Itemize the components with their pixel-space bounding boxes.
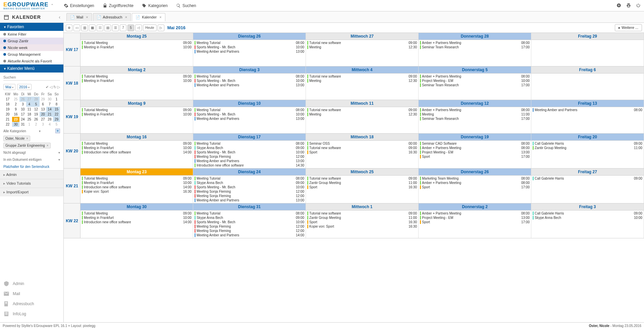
event-item[interactable]: Zantir Group Meeting11:00 [532,146,643,150]
day-events[interactable]: Meeting Tutorial08:00Skype Anna Bech09:0… [193,141,306,168]
calendar-menu-header[interactable]: Kalender Menü [0,64,63,73]
minical-day[interactable]: 27 [26,97,33,102]
tb-month-view[interactable]: ▤ [104,25,111,31]
event-item[interactable]: Sport17:00 [419,220,530,224]
day-events[interactable]: Meeting Amber and Partners08:00 [531,107,644,133]
app-link-infolog[interactable]: InfoLog [3,309,60,319]
event-item[interactable]: Meeting in Frankfurt10:00 [81,45,192,49]
day-events[interactable]: Seminar OSS00:00Tutorial new software09:… [306,141,418,167]
event-item[interactable]: Meeting Tutorial08:00 [194,176,305,181]
accordion-videotutorials[interactable]: Video Tutorials [0,179,63,188]
event-item[interactable]: Amber + Partners Meeting08:00 [419,108,530,112]
nav-next-icon[interactable]: ▷ [57,85,60,89]
day-events[interactable]: Tutorial new software09:00Zantir Group M… [306,210,418,237]
day-header[interactable]: Dienstag 26 [193,33,306,40]
minical-day[interactable]: 25 [26,117,33,122]
event-item[interactable]: Call Gabriele Harris09:00 [532,141,643,146]
minical-day[interactable]: 9 [12,107,20,112]
day-events[interactable]: Tutorial new software09:00Zantir Group M… [306,176,418,202]
day-events[interactable]: Tutorial Meeting09:00Meeting in Frankfur… [80,40,193,66]
event-item[interactable]: Project Meeting - EM13:00 [419,150,530,154]
minical-day[interactable]: 1 [53,97,60,102]
minical-day[interactable]: 11 [26,107,33,112]
day-header[interactable]: Montag 30 [80,203,193,210]
day-events[interactable]: Amber + Partners Meeting08:00Seminar Tea… [419,40,531,66]
event-item[interactable]: Sports Meeting - Mr. Bech10:00 [194,185,305,189]
event-item[interactable]: Sport16:30 [307,150,418,154]
minical-day[interactable]: 4 [46,122,53,127]
day-header[interactable]: Dienstag 31 [193,203,306,210]
day-header[interactable]: Freitag 13 [531,100,644,107]
logo-collapse-icon[interactable]: ⌃ [51,3,54,8]
nav-prev-icon[interactable]: ◁ [50,85,52,89]
event-item[interactable]: Tutorial new software09:00 [307,74,418,79]
day-events[interactable]: Call Gabriele Harris09:00Skype Anna Bech… [531,210,644,237]
event-item[interactable]: Skype Anna Bech09:00 [194,181,305,185]
event-item[interactable]: Meeting12:30 [307,79,418,83]
print-icon[interactable] [626,3,631,8]
event-item[interactable]: Meeting11:00 [419,112,530,116]
nav-refresh-icon[interactable]: ↻ [53,85,56,89]
day-header[interactable]: Mittwoch 25 [306,169,418,176]
tb-weekn-view[interactable]: ☷ [97,25,103,31]
minical-day[interactable]: 20 [40,112,46,117]
day-header[interactable]: Freitag 20 [531,134,644,141]
event-item[interactable]: Meeting Amber and Partners13:00 [194,83,305,87]
week-number[interactable]: KW 19 [64,100,80,133]
day-header[interactable]: Freitag 27 [531,169,644,176]
power-icon[interactable] [636,3,641,8]
event-item[interactable]: Meeting Tutorial08:00 [194,141,305,146]
minical-day[interactable]: 5 [53,122,60,127]
minical-day[interactable]: 14 [46,107,53,112]
day-header[interactable]: Montag 25 [80,33,193,40]
day-events[interactable]: Call Gabriele Harris09:00 [531,176,644,202]
minical-day[interactable]: 22 [3,122,12,127]
day-header[interactable]: Montag 23 [80,169,193,176]
tb-7days[interactable]: 7 [120,25,126,31]
event-item[interactable]: Meeting in Frankfurt10:00 [81,112,192,116]
add-icon[interactable] [616,3,621,8]
day-events[interactable] [531,40,644,66]
event-item[interactable]: Seminar OSS00:00 [307,141,418,146]
minical-day[interactable]: 26 [19,97,26,102]
tb-week-view[interactable]: ▦ [89,25,96,31]
minical-day[interactable]: 17 [3,97,12,102]
week-number[interactable]: KW 21 [64,169,80,203]
close-icon[interactable]: × [26,137,28,140]
week-number[interactable]: KW 18 [64,66,80,100]
day-header[interactable]: Montag 16 [80,134,193,141]
filter-chip[interactable]: Gruppe Zantir Engineering× [3,143,51,148]
minical-day[interactable]: 17 [19,112,26,117]
tab-kalender[interactable]: 📄Kalender× [132,13,165,21]
event-item[interactable]: Tutorial new software09:00 [307,108,418,112]
favorite-item[interactable]: Nicole week [0,44,63,51]
tb-today[interactable]: Heute [143,25,157,31]
event-item[interactable]: Meeting Sonja Fleming12:00 [194,229,305,233]
day-events[interactable]: Marketing Team Meeting08:00Amber + Partn… [419,176,531,202]
day-header[interactable]: Montag 9 [80,100,193,107]
day-header[interactable]: Freitag 29 [531,33,644,40]
minical-day[interactable]: 13 [40,107,46,112]
event-item[interactable]: Introduction new office software14:00 [81,220,192,224]
event-item[interactable]: Meeting Tutorial08:00 [194,108,305,112]
day-header[interactable]: Dienstag 3 [193,66,306,74]
add-category-icon[interactable]: + [55,129,60,133]
app-link-admin[interactable]: Admin [3,279,60,289]
event-item[interactable]: Amber + Partners Meeting08:00 [419,74,530,79]
minical-day[interactable]: 6 [40,102,46,107]
minical-day[interactable]: 4 [26,102,33,107]
accordion-admin[interactable]: Admin [0,170,63,179]
event-item[interactable]: Project Meeting - EM13:00 [419,216,530,220]
chevron-down-icon[interactable]: ▾ [58,151,60,154]
event-item[interactable]: Sport17:00 [419,154,530,159]
chevron-down-icon[interactable]: ▾ [58,158,60,161]
day-header[interactable]: Donnerstag 28 [419,33,531,40]
minical-day[interactable]: 28 [33,97,40,102]
day-header[interactable]: Donnerstag 19 [419,134,531,141]
sidebar-collapse-icon[interactable]: ‹ [59,14,60,20]
event-item[interactable]: Seminar Team Research17:00 [419,116,530,121]
minical-day[interactable]: 31 [19,122,26,127]
day-header[interactable]: Mittwoch 18 [306,134,418,141]
day-header[interactable]: Dienstag 24 [193,169,306,176]
event-item[interactable]: Sport17:00 [419,185,530,189]
